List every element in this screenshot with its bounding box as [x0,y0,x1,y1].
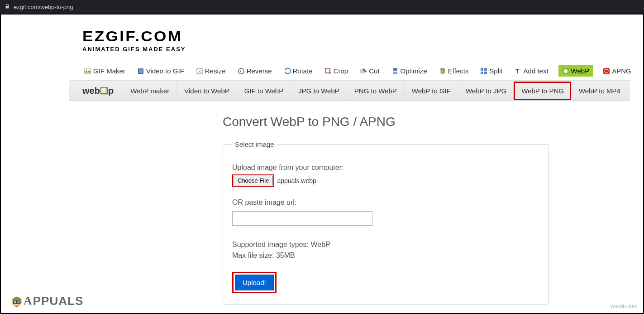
nav-item-crop[interactable]: Crop [323,65,350,77]
reverse-icon [238,68,245,75]
rotate-icon [284,68,291,75]
subnav-item-video-to-webp[interactable]: Video to WebP [177,82,237,100]
svg-rect-7 [393,68,397,71]
svg-point-25 [14,301,16,303]
apng-icon [603,68,610,75]
url-text[interactable]: ezgif.com/webp-to-png [14,4,73,10]
nav-item-label: Crop [334,67,348,75]
nav-item-split[interactable]: Split [478,65,504,77]
nav-item-gif-maker[interactable]: GIF Maker [82,65,127,77]
supported-info: Supported image types: WebP Max file siz… [232,239,539,261]
nav-item-webp[interactable]: WebP [558,65,593,77]
upload-fieldset: Select image Upload image from your comp… [223,140,549,304]
nav-item-label: Resize [205,67,226,75]
video-to-gif-icon [137,68,144,75]
nav-item-label: WebP [571,67,590,75]
nav-item-optimize[interactable]: Optimize [390,65,429,77]
nav-item-label: GIF Maker [93,67,125,75]
svg-rect-13 [481,68,483,71]
nav-item-video-to-gif[interactable]: Video to GIF [135,65,186,77]
nav-item-label: Rotate [293,67,313,75]
webp-icon [562,68,569,75]
nav-item-label: APNG [612,67,631,75]
effects-icon [439,68,446,75]
page-viewport: EZGIF.COM ANIMATED GIFS MADE EASY GIF Ma… [0,14,644,314]
subnav-brand: web❏p [82,81,123,101]
svg-point-19 [564,69,568,73]
subnav-item-webp-to-mp4[interactable]: WebP to MP4 [571,82,628,100]
subnav-item-webp-to-jpg[interactable]: WebP to JPG [458,82,514,100]
wsxdn-watermark: wsxdn.com [611,303,638,309]
resize-icon [196,68,203,75]
image-url-input[interactable] [232,211,372,226]
svg-rect-16 [484,72,487,74]
cut-icon [360,68,367,75]
choose-file-highlight: Choose File [232,174,274,187]
nav-item-label: Video to GIF [146,67,184,75]
optimize-icon [391,68,399,75]
add-text-icon: T [515,68,522,75]
main-nav: GIF MakerVideo to GIFResizeReverseRotate… [69,62,630,80]
nav-item-rotate[interactable]: Rotate [282,65,315,77]
split-icon [480,68,487,75]
svg-point-11 [442,68,444,70]
svg-rect-14 [484,68,487,71]
upload-button-highlight: Upload! [232,272,277,293]
sub-nav: web❏p WebP makerVideo to WebPGIF to WebP… [69,80,630,101]
subnav-item-jpg-to-webp[interactable]: JPG to WebP [291,82,347,100]
nav-item-label: Reverse [247,67,272,75]
nav-item-apng[interactable]: APNG [601,65,633,77]
svg-text:T: T [515,68,519,75]
nav-item-reverse[interactable]: Reverse [236,65,274,77]
svg-point-12 [444,69,445,71]
nav-item-label: Add text [524,67,549,75]
nav-item-label: Effects [448,67,469,75]
gif-maker-icon [84,68,91,75]
subnav-item-webp-to-gif[interactable]: WebP to GIF [404,82,458,100]
nav-item-effects[interactable]: Effects [437,65,471,77]
appuals-mascot-icon [8,292,25,309]
svg-rect-15 [481,72,483,74]
logo-title: EZGIF.COM [82,28,644,45]
lock-icon [5,4,10,10]
svg-point-26 [17,301,19,303]
svg-point-10 [440,68,442,70]
browser-address-bar: ezgif.com/webp-to-png [0,0,644,14]
subnav-item-gif-to-webp[interactable]: GIF to WebP [237,82,291,100]
svg-rect-0 [85,69,91,73]
upload-button[interactable]: Upload! [235,275,274,290]
nav-item-resize[interactable]: Resize [194,65,228,77]
nav-item-label: Split [489,67,502,75]
choose-file-button[interactable]: Choose File [234,176,273,185]
subnav-item-webp-to-png[interactable]: WebP to PNG [514,82,571,100]
subnav-item-webp-maker[interactable]: WebP maker [123,82,177,100]
crop-icon [324,68,332,75]
or-paste-url-label: OR paste image url: [232,198,539,207]
page-title: Convert WebP to PNG / APNG [223,115,630,129]
nav-item-label: Optimize [401,67,427,75]
svg-rect-8 [393,72,397,74]
nav-item-cut[interactable]: Cut [358,65,381,77]
fieldset-legend: Select image [232,140,277,148]
subnav-item-png-to-webp[interactable]: PNG to WebP [347,82,404,100]
svg-rect-3 [139,69,143,73]
nav-item-add-text[interactable]: TAdd text [513,65,550,77]
site-logo[interactable]: EZGIF.COM ANIMATED GIFS MADE EASY [69,14,630,62]
logo-subtitle: ANIMATED GIFS MADE EASY [82,46,630,53]
appuals-watermark: A PPUALS [8,292,88,309]
svg-point-22 [605,69,608,72]
selected-file-name: appuals.webp [277,177,316,184]
upload-from-computer-label: Upload image from your computer: [232,164,539,172]
nav-item-label: Cut [369,67,379,75]
